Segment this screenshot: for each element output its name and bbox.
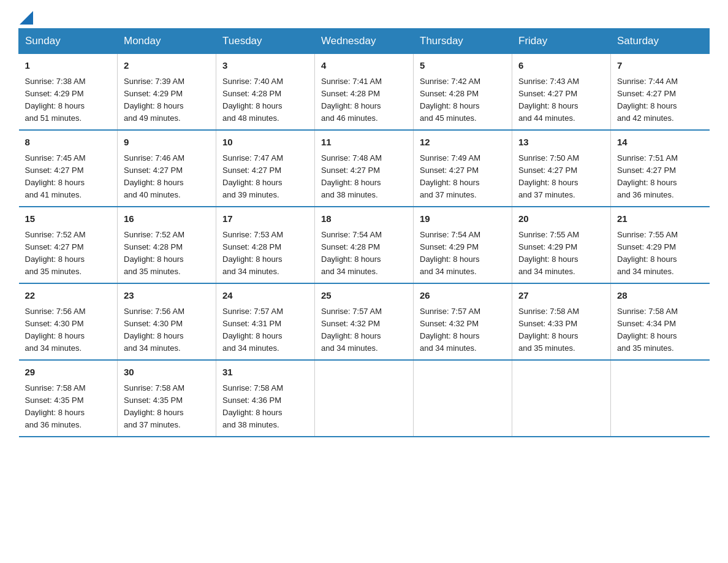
- day-info: Sunrise: 7:46 AMSunset: 4:27 PMDaylight:…: [124, 152, 210, 202]
- day-info: Sunrise: 7:38 AMSunset: 4:29 PMDaylight:…: [25, 75, 112, 125]
- day-number: 25: [321, 289, 407, 303]
- calendar-cell: [414, 360, 512, 437]
- day-number: 9: [124, 136, 210, 150]
- calendar-header-row: SundayMondayTuesdayWednesdayThursdayFrid…: [19, 29, 710, 54]
- header-day-friday: Friday: [512, 29, 611, 54]
- day-info: Sunrise: 7:56 AMSunset: 4:30 PMDaylight:…: [124, 305, 210, 355]
- day-number: 31: [222, 366, 308, 380]
- day-info: Sunrise: 7:58 AMSunset: 4:35 PMDaylight:…: [25, 382, 112, 432]
- calendar-cell: 12Sunrise: 7:49 AMSunset: 4:27 PMDayligh…: [414, 130, 512, 207]
- calendar-cell: 19Sunrise: 7:54 AMSunset: 4:29 PMDayligh…: [414, 207, 512, 283]
- day-info: Sunrise: 7:53 AMSunset: 4:28 PMDaylight:…: [222, 229, 308, 278]
- day-number: 20: [518, 212, 604, 226]
- day-info: Sunrise: 7:39 AMSunset: 4:29 PMDaylight:…: [124, 75, 210, 125]
- day-number: 30: [124, 366, 210, 380]
- day-info: Sunrise: 7:55 AMSunset: 4:29 PMDaylight:…: [617, 229, 703, 278]
- day-info: Sunrise: 7:57 AMSunset: 4:32 PMDaylight:…: [321, 305, 407, 355]
- calendar-cell: 27Sunrise: 7:58 AMSunset: 4:33 PMDayligh…: [512, 283, 611, 360]
- day-number: 13: [518, 136, 604, 150]
- day-number: 28: [617, 289, 703, 303]
- day-info: Sunrise: 7:56 AMSunset: 4:30 PMDaylight:…: [25, 305, 112, 355]
- calendar-cell: 16Sunrise: 7:52 AMSunset: 4:28 PMDayligh…: [118, 207, 216, 283]
- calendar-week-row: 1Sunrise: 7:38 AMSunset: 4:29 PMDaylight…: [19, 54, 710, 131]
- calendar-cell: 28Sunrise: 7:58 AMSunset: 4:34 PMDayligh…: [611, 283, 710, 360]
- page-header: [18, 12, 710, 22]
- calendar-cell: [611, 360, 710, 437]
- logo-triangle-icon: [20, 11, 33, 25]
- calendar-cell: 14Sunrise: 7:51 AMSunset: 4:27 PMDayligh…: [611, 130, 710, 207]
- day-number: 18: [321, 212, 407, 226]
- day-info: Sunrise: 7:43 AMSunset: 4:27 PMDaylight:…: [518, 75, 604, 125]
- calendar-cell: 9Sunrise: 7:46 AMSunset: 4:27 PMDaylight…: [118, 130, 216, 207]
- calendar-week-row: 8Sunrise: 7:45 AMSunset: 4:27 PMDaylight…: [19, 130, 710, 207]
- calendar-cell: 17Sunrise: 7:53 AMSunset: 4:28 PMDayligh…: [216, 207, 315, 283]
- day-info: Sunrise: 7:58 AMSunset: 4:36 PMDaylight:…: [222, 382, 308, 432]
- calendar-cell: [315, 360, 414, 437]
- calendar-cell: 6Sunrise: 7:43 AMSunset: 4:27 PMDaylight…: [512, 54, 611, 131]
- calendar-cell: 24Sunrise: 7:57 AMSunset: 4:31 PMDayligh…: [216, 283, 315, 360]
- day-number: 12: [420, 136, 506, 150]
- logo: [18, 12, 33, 22]
- calendar-week-row: 29Sunrise: 7:58 AMSunset: 4:35 PMDayligh…: [19, 360, 710, 437]
- day-info: Sunrise: 7:44 AMSunset: 4:27 PMDaylight:…: [617, 75, 703, 125]
- calendar-cell: 1Sunrise: 7:38 AMSunset: 4:29 PMDaylight…: [19, 54, 118, 131]
- day-info: Sunrise: 7:54 AMSunset: 4:28 PMDaylight:…: [321, 229, 407, 278]
- calendar-cell: [512, 360, 611, 437]
- svg-marker-0: [20, 11, 33, 25]
- day-number: 22: [25, 289, 112, 303]
- calendar-week-row: 22Sunrise: 7:56 AMSunset: 4:30 PMDayligh…: [19, 283, 710, 360]
- day-number: 11: [321, 136, 407, 150]
- day-info: Sunrise: 7:41 AMSunset: 4:28 PMDaylight:…: [321, 75, 407, 125]
- day-info: Sunrise: 7:50 AMSunset: 4:27 PMDaylight:…: [518, 152, 604, 202]
- header-day-sunday: Sunday: [19, 29, 118, 54]
- calendar-cell: 13Sunrise: 7:50 AMSunset: 4:27 PMDayligh…: [512, 130, 611, 207]
- calendar-cell: 25Sunrise: 7:57 AMSunset: 4:32 PMDayligh…: [315, 283, 414, 360]
- day-info: Sunrise: 7:55 AMSunset: 4:29 PMDaylight:…: [518, 229, 604, 278]
- calendar-cell: 26Sunrise: 7:57 AMSunset: 4:32 PMDayligh…: [414, 283, 512, 360]
- day-number: 14: [617, 136, 703, 150]
- day-number: 4: [321, 59, 407, 73]
- day-number: 2: [124, 59, 210, 73]
- calendar-cell: 7Sunrise: 7:44 AMSunset: 4:27 PMDaylight…: [611, 54, 710, 131]
- calendar-cell: 20Sunrise: 7:55 AMSunset: 4:29 PMDayligh…: [512, 207, 611, 283]
- day-number: 23: [124, 289, 210, 303]
- day-info: Sunrise: 7:52 AMSunset: 4:28 PMDaylight:…: [124, 229, 210, 278]
- day-number: 15: [25, 212, 112, 226]
- day-number: 5: [420, 59, 506, 73]
- day-info: Sunrise: 7:40 AMSunset: 4:28 PMDaylight:…: [222, 75, 308, 125]
- day-info: Sunrise: 7:42 AMSunset: 4:28 PMDaylight:…: [420, 75, 506, 125]
- calendar-cell: 10Sunrise: 7:47 AMSunset: 4:27 PMDayligh…: [216, 130, 315, 207]
- calendar-cell: 5Sunrise: 7:42 AMSunset: 4:28 PMDaylight…: [414, 54, 512, 131]
- day-info: Sunrise: 7:45 AMSunset: 4:27 PMDaylight:…: [25, 152, 112, 202]
- day-info: Sunrise: 7:54 AMSunset: 4:29 PMDaylight:…: [420, 229, 506, 278]
- day-info: Sunrise: 7:57 AMSunset: 4:31 PMDaylight:…: [222, 305, 308, 355]
- calendar-cell: 8Sunrise: 7:45 AMSunset: 4:27 PMDaylight…: [19, 130, 118, 207]
- day-number: 21: [617, 212, 703, 226]
- day-number: 27: [518, 289, 604, 303]
- day-number: 6: [518, 59, 604, 73]
- day-info: Sunrise: 7:58 AMSunset: 4:35 PMDaylight:…: [124, 382, 210, 432]
- day-info: Sunrise: 7:58 AMSunset: 4:33 PMDaylight:…: [518, 305, 604, 355]
- calendar-cell: 29Sunrise: 7:58 AMSunset: 4:35 PMDayligh…: [19, 360, 118, 437]
- day-info: Sunrise: 7:52 AMSunset: 4:27 PMDaylight:…: [25, 229, 112, 278]
- header-day-thursday: Thursday: [414, 29, 512, 54]
- header-day-wednesday: Wednesday: [315, 29, 414, 54]
- calendar-cell: 31Sunrise: 7:58 AMSunset: 4:36 PMDayligh…: [216, 360, 315, 437]
- day-number: 1: [25, 59, 112, 73]
- day-number: 16: [124, 212, 210, 226]
- day-number: 19: [420, 212, 506, 226]
- day-info: Sunrise: 7:58 AMSunset: 4:34 PMDaylight:…: [617, 305, 703, 355]
- day-number: 7: [617, 59, 703, 73]
- calendar-week-row: 15Sunrise: 7:52 AMSunset: 4:27 PMDayligh…: [19, 207, 710, 283]
- calendar-table: SundayMondayTuesdayWednesdayThursdayFrid…: [18, 28, 710, 437]
- calendar-cell: 22Sunrise: 7:56 AMSunset: 4:30 PMDayligh…: [19, 283, 118, 360]
- day-number: 3: [222, 59, 308, 73]
- calendar-cell: 23Sunrise: 7:56 AMSunset: 4:30 PMDayligh…: [118, 283, 216, 360]
- calendar-cell: 3Sunrise: 7:40 AMSunset: 4:28 PMDaylight…: [216, 54, 315, 131]
- calendar-cell: 11Sunrise: 7:48 AMSunset: 4:27 PMDayligh…: [315, 130, 414, 207]
- calendar-cell: 18Sunrise: 7:54 AMSunset: 4:28 PMDayligh…: [315, 207, 414, 283]
- calendar-cell: 30Sunrise: 7:58 AMSunset: 4:35 PMDayligh…: [118, 360, 216, 437]
- calendar-cell: 2Sunrise: 7:39 AMSunset: 4:29 PMDaylight…: [118, 54, 216, 131]
- day-number: 29: [25, 366, 112, 380]
- day-number: 8: [25, 136, 112, 150]
